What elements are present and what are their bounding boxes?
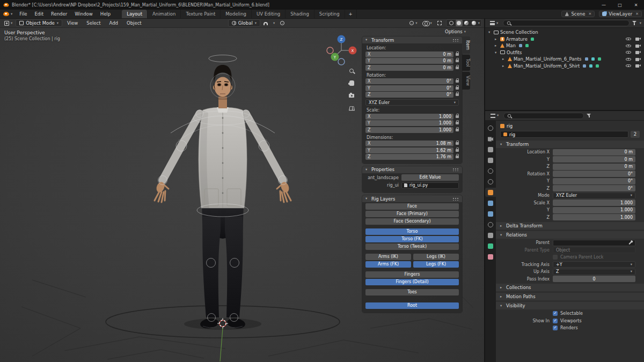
lock-icon[interactable] [456,129,459,131]
rig-layer-legs-ik-button[interactable]: Legs (IK) [413,254,459,260]
properties-tab-scene[interactable] [485,166,496,175]
perspective-toggle-button[interactable] [347,104,356,112]
panel-grip[interactable] [452,39,459,42]
axis-z-handle[interactable]: Z [338,35,346,43]
tab-tool[interactable]: Tool [462,55,470,71]
rig-layer-toes-button[interactable]: Toes [365,289,459,295]
axis-neg-z-handle[interactable] [338,58,345,65]
camera-parent-lock-checkbox[interactable] [553,255,558,260]
menu-render[interactable]: Render [47,10,71,18]
disclosure-icon[interactable]: ▸ [502,57,506,61]
axis-neg-x-handle[interactable] [327,47,333,54]
menu-select[interactable]: Select [83,20,104,26]
dimensions-x-field[interactable]: X1.08 m [365,141,453,146]
workspace-tab-animation[interactable]: Animation [148,10,181,18]
hide-viewport-icon[interactable] [626,57,631,62]
axis-y-handle[interactable]: Y [331,53,339,61]
visibility-section-header[interactable]: ▾ Visibility [496,302,644,309]
panel-grip[interactable] [452,168,459,171]
filter-icon[interactable] [587,114,591,118]
menu-help[interactable]: Help [97,10,114,18]
parent-field[interactable] [553,240,635,246]
eyedropper-icon[interactable] [628,241,632,244]
menu-object[interactable]: Object [123,20,145,26]
scale-z-field[interactable]: 1.000 [553,214,635,220]
rotation-mode-dropdown[interactable]: XYZ Euler ▾ [365,99,459,106]
zoom-button[interactable] [347,67,356,75]
menu-window[interactable]: Window [71,10,97,18]
disable-render-icon[interactable] [635,37,641,41]
disclosure-icon[interactable]: ▸ [495,44,499,48]
disclosure-icon[interactable]: ▸ [502,64,506,68]
add-workspace-button[interactable]: + [345,10,357,18]
rig-layers-panel-header[interactable]: ▾ Rig Layers [362,195,462,202]
menu-add[interactable]: Add [105,20,121,26]
camera-view-button[interactable] [347,91,356,100]
lock-icon[interactable] [456,60,459,62]
rig-layer-fingers-button[interactable]: Fingers [365,271,459,278]
rig-layer-face-primary-button[interactable]: Face (Primary) [365,211,459,217]
workspace-tab-texture-paint[interactable]: Texture Paint [181,10,221,18]
properties-tab-view-layer[interactable] [485,156,496,165]
location-y-field[interactable]: Y0 m [365,58,453,64]
panel-grip[interactable] [452,197,459,201]
location-x-field[interactable]: X0 m [365,51,453,57]
snap-options-button[interactable]: ▾ [271,19,277,27]
rig-ui-field[interactable]: rig_ui.py [401,182,459,189]
users-count-button[interactable]: 2 [631,131,640,138]
disable-render-icon[interactable] [635,50,641,54]
scale-y-field[interactable]: Y1.000 [365,120,453,126]
outliner-row-outfits[interactable]: ▾ Outfits [485,49,644,56]
lock-icon[interactable] [456,80,459,83]
properties-panel-header[interactable]: ▾ Properties [362,166,462,173]
shading-wireframe-button[interactable] [448,20,455,26]
scale-y-field[interactable]: 1.000 [553,207,635,213]
location-y-field[interactable]: 0 m [553,156,635,162]
workspace-tab-layout[interactable]: Layout [122,10,148,18]
properties-tab-world[interactable] [485,177,496,186]
menu-edit[interactable]: Edit [31,10,47,18]
options-dropdown[interactable]: Options ▾ [445,29,466,34]
rig-layer-root-button[interactable]: Root [365,302,459,309]
character-model[interactable] [155,65,291,329]
xray-toggle[interactable] [435,19,444,27]
pan-button[interactable] [347,79,356,87]
scale-z-field[interactable]: Z1.000 [365,127,453,133]
viewlayer-remove-button[interactable]: ✕ [635,12,639,16]
workspace-tab-modeling[interactable]: Modeling [221,10,252,18]
menu-view[interactable]: View [63,20,82,26]
rig-layer-torso-fk-button[interactable]: Torso (FK) [365,236,459,242]
rotation-x-field[interactable]: X0° [365,78,453,84]
edit-value-button[interactable]: Edit Value [401,174,459,181]
axis-x-handle[interactable]: X [349,47,357,55]
shading-rendered-button[interactable] [471,20,478,26]
scale-x-field[interactable]: 1.000 [553,200,635,206]
rig-layer-legs-fk-button[interactable]: Legs (FK) [413,261,459,268]
orientation-dropdown[interactable]: Global ▾ [228,19,260,27]
outliner-search-input[interactable] [513,21,625,26]
properties-tab-material[interactable] [485,252,496,261]
show-in-renders-checkbox[interactable]: ✓ [553,326,558,330]
disclosure-icon[interactable]: ▾ [488,31,492,34]
blender-menu-button[interactable]: ▾ [0,10,16,18]
menu-file[interactable]: File [16,10,31,18]
snap-toggle[interactable] [261,19,270,27]
up-axis-dropdown[interactable]: Z ▾ [553,269,635,275]
outliner-row-armature[interactable]: ▸ Armature [485,36,644,43]
tracking-axis-dropdown[interactable]: +Y ▾ [553,261,635,268]
rotation-x-field[interactable]: 0° [553,171,635,177]
rotation-z-field[interactable]: 0° [553,185,635,191]
properties-tab-modifiers[interactable] [485,198,496,208]
properties-tab-output[interactable] [485,145,496,154]
dimensions-z-field[interactable]: Z1.76 m [365,154,453,160]
properties-search-input[interactable] [514,113,580,118]
lock-icon[interactable] [456,87,459,90]
rig-layer-arms-fk-button[interactable]: Arms (FK) [365,261,411,268]
disable-render-icon[interactable] [635,64,641,68]
maximize-button[interactable]: □ [612,0,628,10]
properties-tab-tool[interactable] [485,123,496,132]
show-overlays-toggle[interactable]: ▾ [420,19,434,27]
selectable-checkbox[interactable]: ✓ [553,311,558,316]
properties-tab-data[interactable] [485,241,496,250]
hide-viewport-icon[interactable] [626,43,631,48]
